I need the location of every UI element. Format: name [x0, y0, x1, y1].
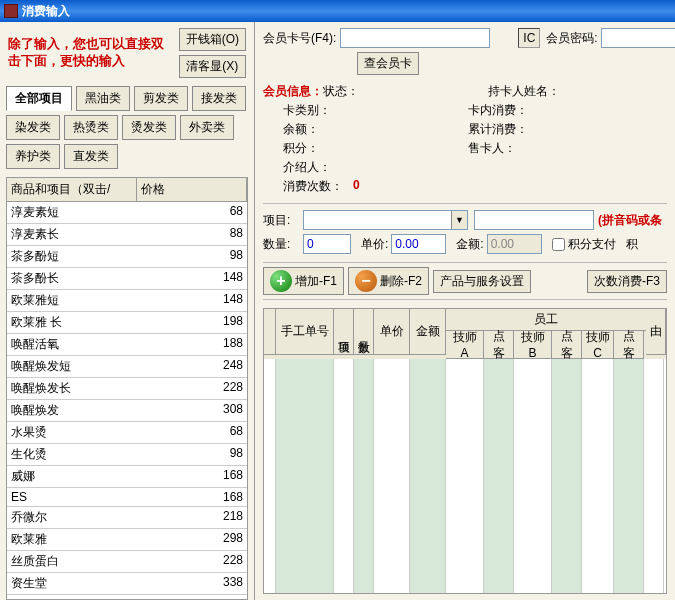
cardtype-label: 卡类别： — [283, 102, 353, 119]
count-consume-button[interactable]: 次数消费-F3 — [587, 270, 667, 293]
category-tab[interactable]: 热烫类 — [64, 115, 118, 140]
delete-button[interactable]: − 删除-F2 — [348, 267, 429, 295]
category-tab[interactable]: 染发类 — [6, 115, 60, 140]
product-name: 茶多酚长 — [7, 268, 137, 289]
col-staff-group: 员工 — [446, 309, 646, 331]
col-techC: 技师C — [582, 331, 614, 359]
product-price: 88 — [137, 224, 247, 245]
line-items-grid: 手工单号 项目 数量 单价 金额 员工 技师A 点客 技师B 点客 技师C 点客 — [263, 308, 667, 594]
action-bar: + 增加-F1 − 删除-F2 产品与服务设置 次数消费-F3 — [263, 262, 667, 300]
product-row[interactable]: 唤醒焕发短248 — [7, 356, 247, 378]
amount-display — [487, 234, 542, 254]
product-row[interactable]: 欧莱雅 长198 — [7, 312, 247, 334]
product-name: 茶多酚短 — [7, 246, 137, 267]
pinyin-hint: (拼音码或条 — [598, 212, 662, 229]
product-row[interactable]: 施华蔻468 — [7, 595, 247, 600]
product-row[interactable]: 威娜168 — [7, 466, 247, 488]
points-tail: 积 — [626, 236, 638, 253]
plus-icon: + — [270, 270, 292, 292]
pwd-input[interactable] — [601, 28, 675, 48]
product-price: 168 — [137, 466, 247, 487]
product-row[interactable]: 茶多酚长148 — [7, 268, 247, 290]
status-label: 状态： — [323, 83, 393, 100]
product-row[interactable]: 乔微尔218 — [7, 507, 247, 529]
product-row[interactable]: 唤醒焕发长228 — [7, 378, 247, 400]
member-info-label: 会员信息： — [263, 83, 323, 100]
member-info: 会员信息： 状态： 持卡人姓名： 卡类别： 卡内消费： 余额： 累计消费： — [263, 83, 667, 197]
product-row[interactable]: 唤醒焕发308 — [7, 400, 247, 422]
product-name: 威娜 — [7, 466, 137, 487]
col-qty: 数量 — [354, 309, 374, 355]
pwd-label: 会员密码: — [546, 30, 597, 47]
col-guestA: 点客 — [484, 331, 514, 359]
product-row[interactable]: 欧莱雅短148 — [7, 290, 247, 312]
paypoints-checkbox[interactable] — [552, 238, 565, 251]
grid-body[interactable] — [264, 359, 666, 594]
main-content: 除了输入，您也可以直接双击下面，更快的输入 开钱箱(O) 清客显(X) 全部项目… — [0, 22, 675, 600]
product-row[interactable]: 欧莱雅298 — [7, 529, 247, 551]
holder-label: 持卡人姓名： — [488, 83, 573, 100]
product-row[interactable]: 资生堂338 — [7, 573, 247, 595]
product-row[interactable]: 水果烫68 — [7, 422, 247, 444]
qty-label: 数量: — [263, 236, 303, 253]
card-no-label: 会员卡号(F4): — [263, 30, 336, 47]
product-name: 唤醒焕发长 — [7, 378, 137, 399]
product-name: 生化烫 — [7, 444, 137, 465]
product-name: 资生堂 — [7, 573, 137, 594]
product-list[interactable]: 淳麦素短68淳麦素长88茶多酚短98茶多酚长148欧莱雅短148欧莱雅 长198… — [6, 202, 248, 600]
qty-input[interactable] — [303, 234, 351, 254]
product-price: 148 — [137, 268, 247, 289]
product-price: 148 — [137, 290, 247, 311]
product-name: 欧莱雅 — [7, 529, 137, 550]
points-label: 积分： — [283, 140, 353, 157]
add-button[interactable]: + 增加-F1 — [263, 267, 344, 295]
card-no-input[interactable] — [340, 28, 490, 48]
category-tab[interactable]: 接发类 — [192, 86, 246, 111]
product-name: 施华蔻 — [7, 595, 137, 600]
product-price: 68 — [137, 422, 247, 443]
col-price: 单价 — [374, 309, 410, 355]
product-row[interactable]: 丝质蛋白228 — [7, 551, 247, 573]
item-code-input[interactable] — [474, 210, 594, 230]
window-titlebar: 消费输入 — [0, 0, 675, 22]
product-price: 188 — [137, 334, 247, 355]
count-value: 0 — [353, 178, 360, 195]
price-input[interactable] — [391, 234, 446, 254]
product-name: 唤醒焕发 — [7, 400, 137, 421]
product-row[interactable]: 唤醒活氧188 — [7, 334, 247, 356]
item-combo[interactable] — [303, 210, 468, 230]
product-row[interactable]: ES168 — [7, 488, 247, 507]
col-guestC: 点客 — [614, 331, 644, 359]
product-price: 228 — [137, 378, 247, 399]
product-price: 98 — [137, 246, 247, 267]
category-tab[interactable]: 剪发类 — [134, 86, 188, 111]
product-row[interactable]: 淳麦素短68 — [7, 202, 247, 224]
product-price: 298 — [137, 529, 247, 550]
left-panel: 除了输入，您也可以直接双击下面，更快的输入 开钱箱(O) 清客显(X) 全部项目… — [0, 22, 255, 600]
clear-display-button[interactable]: 清客显(X) — [179, 55, 246, 78]
product-price: 218 — [137, 507, 247, 528]
category-tab[interactable]: 黑油类 — [76, 86, 130, 111]
product-row[interactable]: 淳麦素长88 — [7, 224, 247, 246]
col-guestB: 点客 — [552, 331, 582, 359]
product-row[interactable]: 茶多酚短98 — [7, 246, 247, 268]
category-tab[interactable]: 外卖类 — [180, 115, 234, 140]
category-tabs-row2: 染发类热烫类烫发类外卖类 — [0, 113, 254, 142]
category-tab[interactable]: 烫发类 — [122, 115, 176, 140]
product-name: ES — [7, 488, 137, 506]
seller-label: 售卡人： — [468, 140, 553, 157]
total-label: 累计消费： — [468, 121, 553, 138]
category-tab[interactable]: 直发类 — [64, 144, 118, 169]
category-tabs-row3: 养护类直发类 — [0, 142, 254, 171]
col-techA: 技师A — [446, 331, 484, 359]
product-settings-button[interactable]: 产品与服务设置 — [433, 270, 531, 293]
open-cashbox-button[interactable]: 开钱箱(O) — [179, 28, 246, 51]
product-name: 唤醒活氧 — [7, 334, 137, 355]
col-manual: 手工单号 — [276, 309, 334, 355]
minus-icon: − — [355, 270, 377, 292]
product-row[interactable]: 生化烫98 — [7, 444, 247, 466]
check-card-button[interactable]: 查会员卡 — [357, 52, 419, 75]
category-tab[interactable]: 养护类 — [6, 144, 60, 169]
category-tab[interactable]: 全部项目 — [6, 86, 72, 111]
product-price: 68 — [137, 202, 247, 223]
